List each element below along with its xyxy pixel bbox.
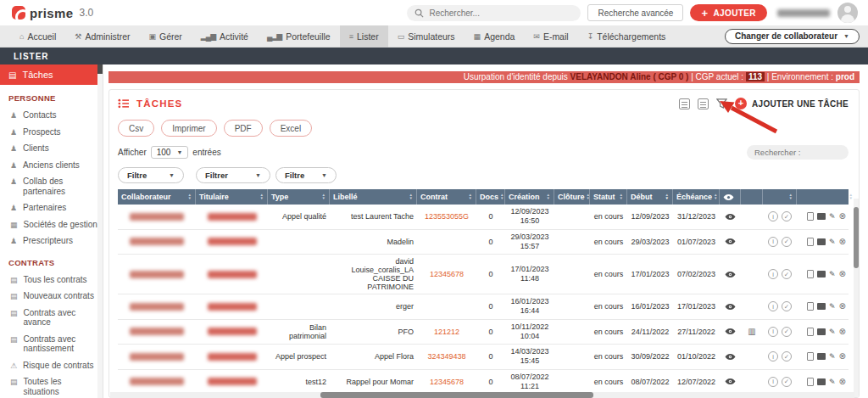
contract-link[interactable]: 12345678: [417, 255, 476, 294]
sidebar-item-taches[interactable]: ▤ Tâches: [0, 64, 103, 85]
column-header-debut[interactable]: Début▲▼: [627, 189, 673, 205]
delete-circle-icon[interactable]: ⊗: [839, 238, 846, 246]
nav-item[interactable]: ⌂ Accueil: [10, 25, 65, 48]
sidebar-item[interactable]: ♟ Clients: [0, 140, 103, 157]
printer-icon[interactable]: [817, 353, 826, 360]
sidebar-item[interactable]: ♟ Partenaires: [0, 199, 103, 216]
delete-circle-icon[interactable]: ⊗: [839, 378, 846, 386]
column-header-cloture[interactable]: Clôture▲▼: [554, 189, 590, 205]
card-action[interactable]: ▥: [741, 320, 763, 345]
export-button[interactable]: PDF: [224, 120, 263, 137]
add-button[interactable]: +AJOUTER: [690, 4, 767, 21]
printer-icon[interactable]: [817, 271, 826, 277]
view-action[interactable]: [720, 320, 741, 345]
nav-item[interactable]: ✉ E-mail: [524, 25, 577, 48]
column-header-titulaire[interactable]: Titulaire▲▼: [196, 189, 268, 205]
check-circle-icon[interactable]: ✓: [782, 301, 792, 311]
edit-pencil-icon[interactable]: ✎: [829, 212, 836, 221]
printer-icon[interactable]: [817, 238, 826, 245]
check-circle-icon[interactable]: ✓: [782, 211, 792, 221]
check-circle-icon[interactable]: ✓: [782, 269, 792, 279]
info-circle-icon[interactable]: i: [768, 211, 778, 221]
nav-item[interactable]: ▦ Agenda: [465, 25, 525, 48]
document-icon[interactable]: [807, 328, 814, 336]
sidebar-item[interactable]: ▤ Contrats avec avance: [0, 305, 103, 331]
filter-dropdown[interactable]: Filtre ▼: [118, 167, 184, 183]
contract-link[interactable]: 12345678: [417, 370, 476, 395]
check-circle-icon[interactable]: ✓: [782, 377, 792, 387]
export-image-icon[interactable]: [679, 98, 690, 109]
card-action[interactable]: [741, 205, 763, 229]
contract-link[interactable]: 123553055G: [417, 205, 476, 229]
nav-item[interactable]: ≡ Lister: [340, 25, 388, 48]
sidebar-item[interactable]: ♟ Collab des partenaires: [0, 173, 103, 199]
column-header-collaborateur[interactable]: Collaborateur▲▼: [118, 189, 196, 205]
user-menu[interactable]: [777, 3, 858, 23]
column-header-contrat[interactable]: Contrat▲▼: [417, 189, 476, 205]
check-circle-icon[interactable]: ✓: [782, 237, 792, 247]
printer-icon[interactable]: [817, 303, 826, 310]
contract-link[interactable]: [417, 294, 476, 319]
sidebar-item[interactable]: ▤ Tous les contrats: [0, 272, 103, 289]
info-circle-icon[interactable]: i: [768, 327, 778, 337]
edit-pencil-icon[interactable]: ✎: [829, 270, 836, 278]
document-icon[interactable]: [807, 212, 814, 221]
export-button[interactable]: Csv: [118, 120, 154, 137]
card-action[interactable]: [741, 294, 763, 319]
column-header-actions[interactable]: ▲▼: [797, 189, 856, 205]
column-header-echeance[interactable]: Échéance▲▼: [673, 189, 720, 205]
card-action[interactable]: [741, 345, 763, 369]
printer-icon[interactable]: [817, 328, 826, 335]
export-pdf-icon[interactable]: [698, 98, 709, 109]
nav-item[interactable]: ▭ Simulateurs: [388, 25, 465, 48]
table-row[interactable]: david Louise_coralis_LA CAISSE DU PATRIM…: [118, 255, 849, 294]
document-icon[interactable]: [807, 302, 814, 311]
sidebar-item[interactable]: ♟ Anciens clients: [0, 157, 103, 174]
nav-item[interactable]: ▄▂▆ Portefeuille: [258, 25, 340, 48]
export-button[interactable]: Excel: [270, 120, 312, 137]
nav-item[interactable]: ⚒ Administrer: [65, 25, 139, 48]
vertical-scrollbar[interactable]: [854, 199, 859, 397]
table-row[interactable]: Madelin 0 29/03/202315:57 en cours 29/03…: [118, 230, 849, 255]
global-search[interactable]: [407, 5, 581, 21]
nav-item[interactable]: ▣ Gérer: [139, 25, 191, 48]
info-circle-icon[interactable]: i: [768, 301, 778, 311]
table-row[interactable]: Appel prospect Appel Flora 324349438 0 1…: [118, 345, 849, 370]
table-row[interactable]: erger 0 16/01/202316:44 en cours 16/01/2…: [118, 294, 849, 320]
column-header-docs[interactable]: Docs▲▼: [476, 189, 505, 205]
view-action[interactable]: [720, 294, 741, 319]
edit-pencil-icon[interactable]: ✎: [829, 352, 836, 361]
info-circle-icon[interactable]: i: [768, 237, 778, 247]
filter-dropdown[interactable]: Filtrer ▼: [196, 167, 270, 183]
view-action[interactable]: [720, 345, 741, 369]
info-circle-icon[interactable]: i: [768, 351, 778, 362]
filter-funnel-icon[interactable]: [716, 98, 727, 109]
add-task-button[interactable]: + AJOUTER UNE TÂCHE: [735, 98, 849, 109]
column-header-libelle[interactable]: Libellé▲▼: [330, 189, 417, 205]
page-size-select[interactable]: 100▼: [151, 146, 189, 159]
check-circle-icon[interactable]: ✓: [782, 327, 792, 337]
table-row[interactable]: Appel qualité test Laurent Tache 1235530…: [118, 205, 849, 230]
info-circle-icon[interactable]: i: [768, 377, 778, 387]
card-action[interactable]: [741, 255, 763, 294]
nav-item[interactable]: ↧ Téléchargements: [578, 25, 676, 48]
info-circle-icon[interactable]: i: [768, 269, 778, 279]
contract-link[interactable]: [417, 230, 476, 255]
edit-pencil-icon[interactable]: ✎: [829, 238, 836, 246]
contract-link[interactable]: 121212: [417, 320, 476, 345]
horizontal-scrollbar[interactable]: [110, 392, 854, 398]
sidebar-item[interactable]: ♟ Contacts: [0, 107, 103, 124]
sidebar-item[interactable]: ▦ Sociétés de gestion: [0, 216, 103, 233]
edit-pencil-icon[interactable]: ✎: [829, 328, 836, 336]
column-header-creation[interactable]: Création▲▼: [505, 189, 554, 205]
column-header-status-actions[interactable]: ▲▼: [763, 189, 797, 205]
printer-icon[interactable]: [817, 378, 826, 385]
vertical-scrollbar-thumb[interactable]: [854, 207, 859, 268]
column-header-type[interactable]: Type▲▼: [268, 189, 330, 205]
table-row[interactable]: test12 Rappel pour Momar 12345678 0 08/0…: [118, 370, 849, 395]
global-search-input[interactable]: [429, 8, 573, 18]
sidebar-item[interactable]: ♟ Prospects: [0, 124, 103, 141]
card-action[interactable]: [741, 370, 763, 395]
column-header-statut[interactable]: Statut▲▼: [590, 189, 627, 205]
change-collaborator-button[interactable]: Changer de collaborateur ▼: [725, 29, 860, 44]
